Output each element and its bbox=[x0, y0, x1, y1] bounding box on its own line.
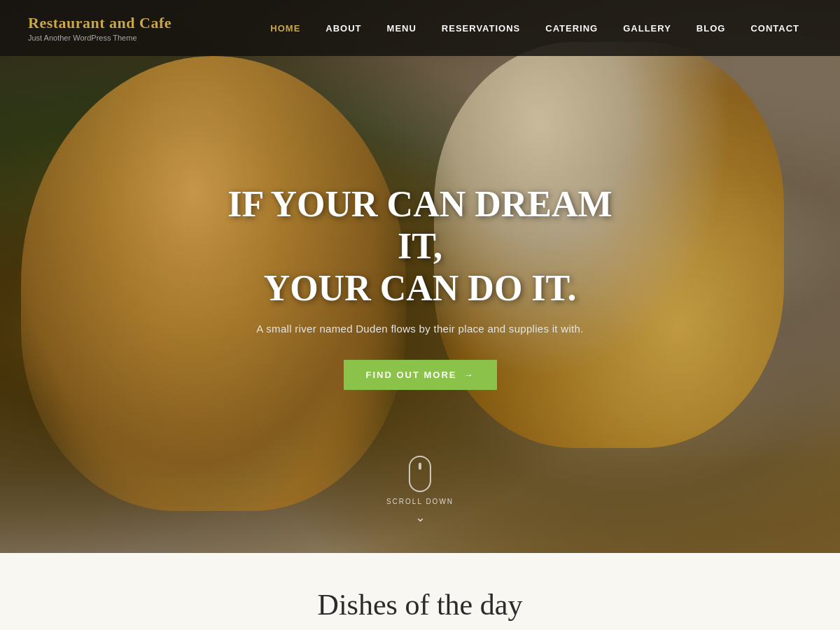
brand-logo[interactable]: Restaurant and Cafe Just Another WordPre… bbox=[28, 14, 172, 42]
hero-content: IF YOUR CAN DREAM IT, YOUR CAN DO IT. A … bbox=[210, 183, 630, 390]
nav-item-catering[interactable]: CATERING bbox=[533, 16, 610, 41]
nav-item-blog[interactable]: BLOG bbox=[684, 16, 738, 41]
arrow-icon: → bbox=[464, 370, 475, 380]
dishes-section: Dishes of the day bbox=[0, 553, 840, 630]
nav-item-gallery[interactable]: GALLERY bbox=[610, 16, 684, 41]
nav-item-reservations[interactable]: RESERVATIONS bbox=[429, 16, 533, 41]
scroll-down[interactable]: SCROLL DOWN ⌄ bbox=[386, 456, 454, 525]
navbar: Restaurant and Cafe Just Another WordPre… bbox=[0, 0, 840, 56]
hero-section: IF YOUR CAN DREAM IT, YOUR CAN DO IT. A … bbox=[0, 0, 840, 553]
chevron-down-icon: ⌄ bbox=[386, 510, 454, 525]
hero-heading: IF YOUR CAN DREAM IT, YOUR CAN DO IT. bbox=[210, 183, 630, 309]
nav-item-home[interactable]: HOME bbox=[258, 16, 313, 41]
hero-subtext: A small river named Duden flows by their… bbox=[210, 323, 630, 335]
find-out-more-button[interactable]: FIND OUT MORE → bbox=[344, 360, 497, 390]
brand-subtitle: Just Another WordPress Theme bbox=[28, 34, 172, 42]
nav-item-contact[interactable]: CONTACT bbox=[738, 16, 812, 41]
nav-item-menu[interactable]: MENU bbox=[374, 16, 429, 41]
brand-title: Restaurant and Cafe bbox=[28, 14, 172, 32]
mouse-icon bbox=[409, 456, 431, 492]
nav-links: HOME ABOUT MENU RESERVATIONS CATERING GA… bbox=[258, 22, 812, 34]
scroll-down-label: SCROLL DOWN bbox=[386, 498, 454, 505]
nav-item-about[interactable]: ABOUT bbox=[313, 16, 374, 41]
dishes-title: Dishes of the day bbox=[28, 588, 812, 622]
